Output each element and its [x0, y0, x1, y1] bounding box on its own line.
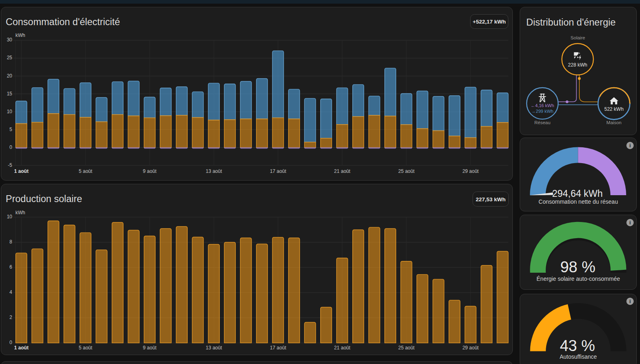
svg-text:21 août: 21 août: [334, 168, 351, 174]
svg-text:+522,17 kWh: +522,17 kWh: [473, 19, 505, 25]
svg-text:98 %: 98 %: [560, 258, 596, 276]
svg-text:1 août: 1 août: [14, 168, 28, 174]
svg-text:kWh: kWh: [15, 210, 25, 215]
svg-text:21 août: 21 août: [334, 345, 351, 351]
svg-text:10: 10: [7, 214, 13, 220]
svg-text:17 août: 17 août: [270, 168, 286, 174]
svg-text:i: i: [629, 220, 631, 226]
svg-text:522 kWh: 522 kWh: [604, 106, 623, 112]
svg-text:30: 30: [7, 37, 13, 43]
svg-text:9 août: 9 août: [143, 168, 157, 174]
svg-text:25 août: 25 août: [398, 168, 415, 174]
svg-text:43 %: 43 %: [560, 337, 595, 354]
svg-text:2: 2: [9, 314, 12, 320]
svg-text:Maison: Maison: [606, 120, 621, 125]
svg-text:228 kWh: 228 kWh: [568, 62, 587, 68]
svg-text:10: 10: [7, 109, 13, 114]
svg-text:25 août: 25 août: [398, 345, 415, 351]
svg-text:5: 5: [9, 127, 12, 132]
svg-text:→299 kWh: →299 kWh: [532, 109, 553, 114]
svg-text:Production solaire: Production solaire: [6, 194, 82, 204]
svg-text:20: 20: [7, 73, 13, 79]
svg-text:9 août: 9 août: [143, 345, 157, 351]
svg-text:29 août: 29 août: [462, 168, 479, 174]
svg-text:0: 0: [9, 144, 12, 150]
svg-text:5 août: 5 août: [79, 345, 93, 351]
svg-text:13 août: 13 août: [206, 345, 222, 351]
svg-text:5 août: 5 août: [79, 168, 93, 174]
svg-text:0: 0: [9, 340, 12, 345]
svg-text:Réseau: Réseau: [534, 120, 551, 125]
svg-text:i: i: [629, 142, 631, 149]
svg-text:294,64 kWh: 294,64 kWh: [552, 188, 603, 199]
svg-text:29 août: 29 août: [462, 345, 479, 351]
svg-text:Énergie solaire auto-consommée: Énergie solaire auto-consommée: [536, 276, 620, 282]
svg-text:25: 25: [7, 55, 13, 60]
svg-text:Autosuffisance: Autosuffisance: [560, 353, 597, 360]
svg-text:Distribution d'énergie: Distribution d'énergie: [526, 17, 616, 28]
svg-text:kWh: kWh: [15, 32, 25, 38]
svg-text:-5: -5: [8, 162, 12, 168]
svg-text:13 août: 13 août: [206, 168, 222, 174]
svg-text:Consommation nette du réseau: Consommation nette du réseau: [538, 198, 618, 205]
svg-text:8: 8: [9, 239, 12, 245]
svg-text:227,53 kWh: 227,53 kWh: [476, 196, 506, 202]
svg-text:15: 15: [7, 91, 13, 97]
svg-text:←4,16 kWh: ←4,16 kWh: [531, 103, 554, 108]
svg-text:Consommation d'électricité: Consommation d'électricité: [6, 17, 120, 27]
svg-text:1 août: 1 août: [14, 345, 28, 351]
svg-text:i: i: [629, 298, 631, 304]
svg-text:6: 6: [9, 264, 12, 270]
svg-text:17 août: 17 août: [270, 345, 286, 351]
svg-text:Solaire: Solaire: [571, 35, 585, 40]
svg-text:4: 4: [9, 289, 12, 295]
